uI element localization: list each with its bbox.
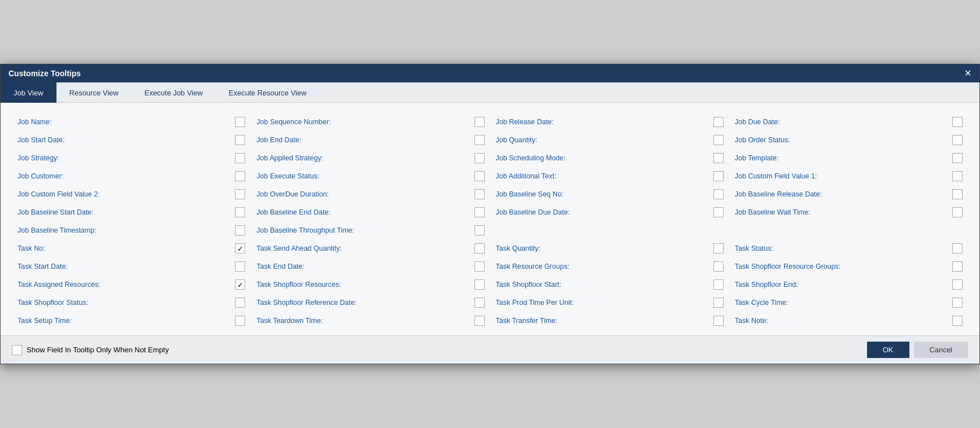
show-field-checkbox[interactable] (12, 345, 22, 355)
field-checkbox[interactable] (713, 298, 724, 308)
tab-execute-resource-view[interactable]: Execute Resource View (216, 82, 320, 103)
field-label: Task Cycle Time: (735, 299, 948, 307)
field-checkbox[interactable] (713, 243, 724, 254)
field-checkbox[interactable] (235, 189, 245, 199)
tab-job-view[interactable]: Job View (1, 82, 56, 103)
field-label: Job Applied Strategy: (256, 154, 469, 162)
field-row: Task Teardown Time: (251, 312, 490, 330)
field-label: Job Baseline Release Date: (735, 190, 948, 198)
content-area: Job Name:Job Sequence Number:Job Release… (1, 103, 979, 335)
field-checkbox[interactable] (952, 279, 962, 290)
field-checkbox[interactable] (474, 225, 485, 235)
field-label: Task No: (18, 244, 230, 252)
field-checkbox[interactable] (713, 279, 724, 290)
field-checkbox[interactable] (474, 316, 485, 326)
field-checkbox[interactable] (713, 316, 724, 326)
field-label: Job Quantity: (496, 136, 709, 144)
field-checkbox[interactable] (474, 261, 485, 272)
field-label: Job Baseline Timestamp: (18, 226, 230, 234)
field-row: Task Cycle Time: (729, 294, 968, 312)
field-checkbox[interactable] (235, 298, 245, 308)
field-row: Job Baseline Start Date: (12, 203, 251, 221)
field-checkbox[interactable] (952, 153, 962, 163)
field-checkbox[interactable] (474, 298, 485, 308)
field-label: Task Setup Time: (18, 317, 230, 325)
field-label: Job Additional Text: (496, 172, 709, 180)
field-checkbox[interactable] (235, 135, 245, 145)
field-label: Task Send Ahead Quantity: (256, 244, 469, 252)
field-checkbox[interactable] (952, 117, 962, 127)
field-label: Job Baseline Start Date: (18, 208, 230, 216)
field-label: Job Baseline Seq No: (496, 190, 709, 198)
field-checkbox[interactable] (952, 316, 962, 326)
field-label: Job Template: (735, 154, 948, 162)
field-row (729, 221, 968, 239)
field-row: Job Strategy: (12, 149, 251, 167)
field-checkbox[interactable] (952, 243, 962, 254)
field-checkbox[interactable] (235, 243, 245, 254)
field-checkbox[interactable] (474, 207, 485, 217)
field-checkbox[interactable] (952, 171, 962, 181)
field-checkbox[interactable] (952, 189, 962, 199)
field-checkbox[interactable] (235, 279, 245, 290)
field-row: Job Custom Field Value 2: (12, 185, 251, 203)
field-row: Task Send Ahead Quantity: (251, 239, 490, 257)
field-label: Job Start Date: (18, 136, 230, 144)
field-row: Task Note: (729, 312, 968, 330)
close-button[interactable]: ✕ (964, 69, 972, 78)
field-row: Job Order Status: (729, 131, 968, 149)
field-row: Job Release Date: (490, 113, 729, 131)
field-label: Task Note: (735, 317, 948, 325)
field-label: Job Due Date: (735, 118, 948, 126)
field-checkbox[interactable] (713, 135, 724, 145)
cancel-button[interactable]: Cancel (914, 342, 968, 358)
footer-left: Show Field In Tooltip Only When Not Empt… (12, 345, 169, 355)
field-checkbox[interactable] (952, 207, 962, 217)
tab-resource-view[interactable]: Resource View (56, 82, 132, 103)
field-label: Task Start Date: (18, 263, 230, 270)
field-checkbox[interactable] (474, 153, 485, 163)
field-row: Job End Date: (251, 131, 490, 149)
field-checkbox[interactable] (235, 207, 245, 217)
field-row: Task Start Date: (12, 257, 251, 276)
field-checkbox[interactable] (474, 243, 485, 254)
field-checkbox[interactable] (713, 171, 724, 181)
field-checkbox[interactable] (952, 135, 962, 145)
field-checkbox[interactable] (713, 207, 724, 217)
field-row: Job Template: (729, 149, 968, 167)
field-label: Job Custom Field Value 2: (18, 190, 230, 198)
field-row: Job Baseline Throughput Time: (251, 221, 490, 239)
field-checkbox[interactable] (474, 189, 485, 199)
field-checkbox[interactable] (235, 117, 245, 127)
field-row: Task Shopfloor Reference Date: (251, 294, 490, 312)
field-label: Task Shopfloor Start: (496, 281, 709, 289)
field-checkbox[interactable] (952, 261, 962, 272)
field-checkbox[interactable] (713, 261, 724, 272)
field-label: Job OverDue Duration: (256, 190, 469, 198)
field-checkbox[interactable] (713, 189, 724, 199)
ok-button[interactable]: OK (867, 342, 909, 358)
field-checkbox[interactable] (713, 153, 724, 163)
field-checkbox[interactable] (235, 316, 245, 326)
field-row: Job Execute Status: (251, 167, 490, 185)
field-row: Task Shopfloor Start: (490, 276, 729, 294)
field-checkbox[interactable] (474, 279, 485, 290)
field-label: Task Shopfloor End: (735, 281, 948, 289)
field-checkbox[interactable] (474, 171, 485, 181)
field-checkbox[interactable] (235, 225, 245, 235)
field-label: Job Execute Status: (256, 172, 469, 180)
field-checkbox[interactable] (474, 117, 485, 127)
field-label: Job Strategy: (18, 154, 230, 162)
field-label: Job Scheduling Mode: (496, 154, 709, 162)
field-checkbox[interactable] (713, 117, 724, 127)
field-checkbox[interactable] (952, 298, 962, 308)
field-checkbox[interactable] (474, 135, 485, 145)
field-label: Job Baseline End Date: (256, 208, 469, 216)
field-label: Task Quantity: (496, 244, 709, 252)
field-checkbox[interactable] (235, 261, 245, 272)
field-checkbox[interactable] (235, 171, 245, 181)
field-checkbox[interactable] (235, 153, 245, 163)
tab-execute-job-view[interactable]: Execute Job View (132, 82, 216, 103)
dialog-footer: Show Field In Tooltip Only When Not Empt… (1, 335, 979, 364)
field-row: Task No: (12, 239, 251, 257)
